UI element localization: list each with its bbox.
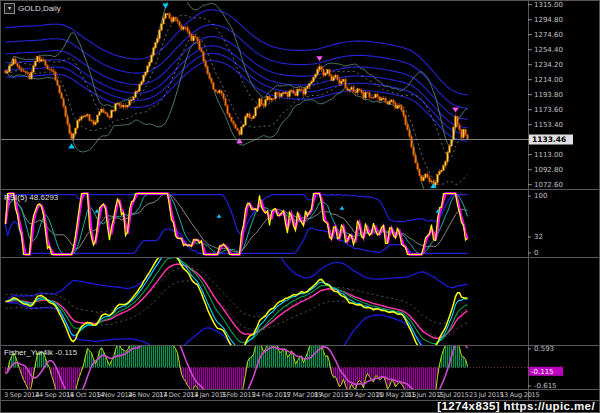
chart-canvas[interactable]: 1315.001294.801274.601254.401234.201214.… [1,1,600,413]
current-price-label: 1133.46 [532,135,566,144]
price-axis-label: 1315.00 [534,1,563,9]
rsi-panel[interactable] [6,194,468,255]
fisher-axis-label: 0.593 [534,345,554,353]
price-axis: 1315.001294.801274.601254.401234.201214.… [528,1,573,390]
rsi-axis-label: 32 [534,233,543,241]
time-axis: 3 Sep 201424 Sep 201415 Oct 20145 Nov 20… [4,391,540,399]
rsi-indicator-label: RSI(5) 48.6293 [4,193,58,202]
time-axis-label: 8 Apr 2015 [314,391,348,399]
signal-arrow-icon [316,56,322,61]
fisher-indicator-label: Fisher_Yur4ik -0.115 [4,348,77,357]
signal-arrow-icon [217,214,222,218]
price-axis-label: 1193.80 [534,91,563,99]
main-chart-panel[interactable] [5,1,469,211]
rsi-name: RSI(5) [4,193,27,202]
collapse-icon[interactable]: ▾ [4,3,15,14]
time-axis-label: 2 Jul 2015 [438,391,469,399]
fisher-value-label: -0.115 [531,368,554,376]
price-axis-label: 1092.80 [534,166,563,174]
price-axis-label: 1214.00 [534,76,563,84]
symbol-period-label: GOLD,Daily [18,4,61,13]
time-axis-label: 3 Sep 2014 [4,391,39,399]
fisher-name: Fisher_Yur4ik [4,348,53,357]
price-axis-label: 1274.60 [534,31,563,39]
rsi-value: 48.6293 [29,193,58,202]
watermark: [1274x835] https://upic.me/ [437,400,595,412]
signal-arrow-icon [162,4,168,9]
price-axis-label: 1153.40 [534,121,563,129]
chart-title-overlay: ▾ GOLD,Daily [4,3,61,14]
time-axis-label: 13 Aug 2015 [500,391,540,399]
price-axis-label: 1072.60 [534,181,563,189]
price-axis-label: 1254.40 [534,46,563,54]
time-axis-label: 3 Feb 2015 [221,391,255,399]
rsi-axis-label: 0 [534,249,538,257]
price-axis-label: 1234.20 [534,61,563,69]
fisher-axis-label: -0.615 [534,382,557,390]
price-axis-label: 1294.80 [534,16,563,24]
signal-arrow-icon [340,206,345,210]
time-axis-label: 23 Jul 2015 [469,391,504,399]
price-axis-label: 1173.60 [534,106,563,114]
price-axis-label: 1113.00 [534,151,563,159]
mt4-chart-window: 1315.001294.801274.601254.401234.201214.… [0,0,600,413]
fisher-value: -0.115 [55,348,77,357]
candlesticks [5,12,469,187]
signal-arrow-icon [452,107,458,112]
rsi-axis-label: 100 [534,192,547,200]
